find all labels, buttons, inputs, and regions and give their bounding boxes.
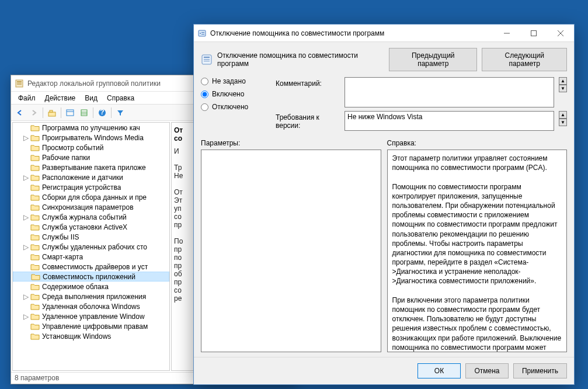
svg-rect-4 [48, 112, 55, 116]
radio-disabled-input[interactable] [201, 103, 208, 111]
svg-rect-8 [81, 110, 87, 116]
menu-action[interactable]: Действие [40, 93, 81, 103]
tree-item[interactable]: Сборки для сбора данных и пре [13, 192, 169, 202]
policy-title-icon [197, 29, 207, 38]
folder-icon [30, 312, 40, 321]
radio-not-configured-input[interactable] [201, 78, 208, 85]
tree-item-label: Развертывание пакета приложе [42, 164, 146, 172]
folder-icon [30, 233, 40, 241]
comment-scroll-up-icon[interactable]: ▲ [559, 77, 567, 85]
toolbar-details-icon[interactable] [78, 106, 91, 119]
tree-item[interactable]: Управление цифровыми правам [13, 321, 169, 331]
version-label: Требования к версии: [276, 111, 340, 130]
folder-icon [30, 332, 40, 341]
expand-chevron-icon[interactable]: ▷ [22, 243, 29, 251]
tree-item-label: Совместимость приложений [43, 273, 135, 281]
expand-chevron-icon[interactable]: ▷ [22, 293, 29, 301]
folder-icon [30, 223, 40, 231]
tree-item[interactable]: Регистрация устройства [13, 182, 169, 192]
tree-item[interactable]: Программа по улучшению кач [13, 123, 169, 133]
folder-icon [30, 283, 40, 291]
policy-titlebar[interactable]: Отключение помощника по совместимости пр… [194, 25, 574, 42]
expand-chevron-icon[interactable]: ▷ [22, 173, 29, 182]
svg-rect-24 [204, 61, 210, 61]
svg-text:?: ? [100, 109, 104, 116]
toolbar-up-icon[interactable] [46, 106, 58, 119]
version-field: Не ниже Windows Vista [345, 111, 554, 131]
tree-item[interactable]: Службы IIS [13, 232, 169, 242]
maximize-icon[interactable] [520, 25, 547, 42]
radio-not-configured[interactable]: Не задано [201, 77, 271, 85]
toolbar-filter-icon[interactable] [114, 106, 127, 119]
svg-rect-1 [17, 81, 22, 82]
toolbar-back-icon[interactable] [13, 106, 26, 119]
svg-rect-13 [199, 30, 206, 36]
ok-button[interactable]: ОК [417, 363, 461, 378]
toolbar-forward-icon[interactable] [27, 106, 40, 119]
menu-view[interactable]: Вид [80, 93, 102, 103]
menu-file[interactable]: Файл [13, 93, 40, 103]
toolbar-list-icon[interactable] [64, 106, 76, 119]
version-scroll-up-icon[interactable]: ▲ [559, 111, 567, 119]
svg-rect-6 [67, 110, 74, 116]
policy-heading: Отключение помощника по совместимости пр… [217, 51, 380, 68]
version-scroll-down-icon[interactable]: ▼ [559, 119, 567, 126]
tree-item-label: Просмотр событий [42, 144, 103, 152]
help-box[interactable]: Этот параметр политики управляет состоян… [387, 150, 568, 352]
tree-item-label: Службы удаленных рабочих сто [42, 243, 147, 251]
comment-textarea[interactable] [345, 77, 554, 107]
expand-chevron-icon[interactable]: ▷ [22, 213, 29, 221]
tree-item[interactable]: Установщик Windows [13, 331, 169, 341]
folder-icon [30, 203, 40, 211]
tree-item[interactable]: Содержимое облака [13, 282, 169, 291]
prev-setting-button[interactable]: Предыдущий параметр [389, 48, 477, 71]
tree-item-label: Удаленное управление Window [42, 312, 145, 321]
radio-not-configured-label: Не задано [212, 77, 246, 85]
tree-item[interactable]: Просмотр событий [13, 143, 169, 152]
tree-item[interactable]: Служба установки ActiveX [13, 222, 169, 232]
tree-item[interactable]: ▷Среда выполнения приложения [13, 291, 169, 301]
tree-item[interactable]: Совместимость драйверов и уст [13, 262, 169, 272]
expand-chevron-icon[interactable]: ▷ [22, 134, 29, 142]
help-label: Справка: [387, 139, 568, 147]
radio-enabled[interactable]: Включено [201, 90, 271, 98]
tree-item[interactable]: ▷Служба журнала событий [13, 212, 169, 222]
tree-item[interactable]: ▷Расположение и датчики [13, 172, 169, 182]
policy-heading-icon [201, 54, 213, 65]
radio-disabled[interactable]: Отключено [201, 103, 271, 111]
tree-item[interactable]: Синхронизация параметров [13, 202, 169, 212]
apply-button[interactable]: Применить [513, 363, 567, 378]
tree-item-label: Управление цифровыми правам [42, 322, 148, 331]
folder-icon [30, 263, 40, 271]
tree-item[interactable]: ▷Службы удаленных рабочих сто [13, 242, 169, 252]
menu-help[interactable]: Справка [102, 93, 139, 103]
folder-icon [30, 183, 40, 192]
svg-point-14 [200, 33, 201, 34]
tree-item[interactable]: Рабочие папки [13, 152, 169, 162]
close-icon[interactable] [547, 25, 574, 42]
toolbar-separator [61, 107, 61, 118]
tree-item[interactable]: Развертывание пакета приложе [13, 162, 169, 172]
next-setting-button[interactable]: Следующий параметр [482, 48, 567, 71]
tree-item-label: Синхронизация параметров [42, 203, 134, 211]
tree-item-label: Служба установки ActiveX [42, 223, 127, 231]
cancel-button[interactable]: Отмена [465, 363, 509, 378]
expand-chevron-icon[interactable]: ▷ [22, 312, 29, 321]
toolbar-help-icon[interactable]: ? [96, 106, 109, 119]
gpedit-app-icon [15, 79, 24, 88]
tree-item[interactable]: Совместимость приложений [13, 272, 169, 282]
comment-scroll-down-icon[interactable]: ▼ [559, 85, 567, 92]
svg-rect-3 [17, 84, 22, 85]
parameters-box [201, 150, 381, 352]
tree-item[interactable]: ▷Удаленное управление Window [13, 311, 169, 321]
tree-item-label: Среда выполнения приложения [42, 293, 146, 301]
gpedit-tree[interactable]: Программа по улучшению кач▷Проигрыватель… [12, 122, 170, 371]
folder-icon [30, 322, 40, 331]
tree-item[interactable]: ▷Проигрыватель Windows Media [13, 133, 169, 143]
minimize-icon[interactable] [493, 25, 520, 42]
tree-item[interactable]: Удаленная оболочка Windows [13, 301, 169, 311]
comment-label: Комментарий: [276, 77, 340, 88]
svg-rect-5 [50, 110, 53, 112]
radio-enabled-input[interactable] [201, 91, 208, 98]
tree-item[interactable]: Смарт-карта [13, 252, 169, 262]
